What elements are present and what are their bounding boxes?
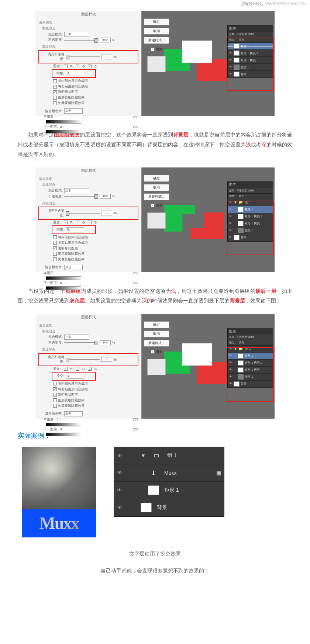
red-highlight-box	[227, 38, 274, 91]
knockout-highlight: 挖空:浅	[52, 225, 96, 234]
channel-b-checkbox[interactable]	[88, 65, 92, 68]
cb-transparency[interactable]	[53, 90, 57, 94]
blend-if-label: 混合颜色带:	[44, 109, 63, 114]
advanced-blend-label: 高级混合	[42, 45, 138, 49]
preview-swatch	[147, 56, 166, 72]
layer-style-dialog: 图层样式 混合选项 常规混合 混合模式:正常 不透明度:100% 高级混合 填充…	[35, 167, 142, 272]
case-right: 👁 ▼ 🗀 组 1 👁 T Muxx ▣ 👁 矩形 1 👁	[114, 447, 224, 517]
blend-options-label: 混合选项	[39, 20, 138, 25]
muxx-band: Muxx	[22, 509, 96, 537]
knockout-select[interactable]: 浅	[66, 227, 84, 232]
dialog-buttons: 确定 取消 新建样式... 预览	[144, 18, 169, 72]
opacity-input[interactable]: 100	[100, 38, 111, 42]
fill-opacity-slider[interactable]	[66, 213, 100, 214]
opacity-slider[interactable]	[64, 40, 98, 41]
new-style-button[interactable]: 新建样式...	[144, 340, 169, 347]
ok-button[interactable]: 确定	[144, 18, 169, 25]
red-rect	[190, 212, 224, 239]
blend-if-select[interactable]: 灰色	[64, 108, 83, 114]
fill-opacity-input[interactable]: 0	[101, 55, 112, 59]
fill-opacity-label: 填充不透明度:	[45, 52, 64, 62]
fill-opacity-slider[interactable]	[66, 56, 100, 57]
visibility-icon[interactable]: 👁	[117, 505, 123, 510]
preview-checkbox[interactable]	[151, 48, 155, 51]
dialog-title: 图层样式	[35, 12, 141, 17]
blend-mode-select[interactable]: 正常	[64, 188, 89, 193]
folder-icon: 🗀	[151, 451, 162, 460]
visibility-icon[interactable]: 👁	[117, 470, 123, 476]
layer-badge-icon: ▣	[216, 470, 221, 476]
layer-text[interactable]: 👁 T Muxx ▣	[114, 464, 224, 482]
new-style-button[interactable]: 新建样式...	[144, 37, 169, 44]
cb-vectormask[interactable]	[53, 101, 57, 105]
fill-opacity-highlight: 填充不透明度:0%	[38, 50, 138, 63]
channels-row: 通道:RGB	[53, 64, 138, 69]
fill-opacity-highlight: 填充不透明度:0%	[38, 353, 138, 366]
cb-interior[interactable]	[53, 79, 57, 83]
blend-mode-select[interactable]: 正常	[64, 32, 89, 37]
opacity-slider[interactable]	[64, 196, 98, 197]
ok-button[interactable]: 确定	[144, 321, 169, 328]
visibility-icon[interactable]: 👁	[117, 453, 123, 458]
cancel-button[interactable]: 取消	[144, 184, 169, 191]
layer-style-dialog: 图层样式 混合选项 常规混合 混合模式:正常 不透明度:100% 高级混合 填充…	[35, 11, 142, 116]
example-photo	[22, 447, 96, 509]
knockout-select[interactable]: 深	[66, 374, 84, 379]
knockout-label: 挖空:	[53, 71, 64, 76]
muxx-text: Muxx	[39, 513, 79, 533]
layer-rect[interactable]: 👁 矩形 1	[114, 482, 224, 499]
screenshot-2: 图层样式 混合选项 常规混合 混合模式:正常 不透明度:100% 高级混合 填充…	[0, 167, 310, 272]
caption-2: 自己动手试试，会发现很多意想不到的效果的～	[0, 568, 310, 574]
case-row: Muxx 👁 ▼ 🗀 组 1 👁 T Muxx ▣ 👁 矩形 1	[0, 444, 310, 540]
case-layers-panel: 👁 ▼ 🗀 组 1 👁 T Muxx ▣ 👁 矩形 1 👁	[114, 447, 224, 517]
red-highlight-box	[227, 201, 274, 255]
knockout-highlight: 挖空:深	[52, 372, 96, 381]
screenshot-3: 图层样式 混合选项 常规混合 混合模式:正常 不透明度:100% 高级混合 填充…	[0, 314, 310, 419]
cb-layermask[interactable]	[53, 96, 57, 100]
caption-1: 文字层使用了挖空效果	[0, 551, 310, 557]
fill-opacity-highlight: 填充不透明度:0%	[38, 207, 138, 220]
red-highlight-box	[227, 347, 274, 402]
channel-r-checkbox[interactable]	[64, 65, 68, 68]
white-rect	[182, 41, 212, 63]
text-layer-icon: T	[148, 468, 159, 478]
opacity-label: 不透明度:	[44, 38, 63, 42]
blend-mode-label: 混合模式:	[44, 32, 63, 37]
this-layer-gradient[interactable]	[46, 120, 81, 124]
knockout-highlight: 挖空:浅	[52, 69, 96, 78]
cb-clipped[interactable]	[53, 85, 57, 89]
watermark: 思缘设计论坛 WWW.MISSYUAN.COM	[0, 0, 310, 8]
cancel-button[interactable]: 取消	[144, 330, 169, 337]
next-layer-gradient[interactable]	[46, 130, 81, 134]
rect-thumb	[148, 485, 159, 495]
cancel-button[interactable]: 取消	[144, 28, 169, 35]
layer-group[interactable]: 👁 ▼ 🗀 组 1	[114, 447, 224, 464]
screenshot-1: 图层样式 混合选项 常规混合 混合模式:正常 不透明度:100% 高级混合 填充…	[0, 11, 310, 116]
new-style-button[interactable]: 新建样式...	[144, 193, 169, 200]
case-left: Muxx	[22, 447, 96, 537]
channel-g-checkbox[interactable]	[76, 65, 79, 68]
layer-bg[interactable]: 👁 背景	[114, 499, 224, 516]
white-rect	[182, 343, 212, 366]
visibility-icon[interactable]: 👁	[117, 487, 123, 493]
general-blend-label: 常规混合	[42, 26, 138, 31]
layer-style-dialog: 图层样式 混合选项 常规混合 混合模式:正常 不透明度:100% 高级混合 填充…	[35, 314, 142, 419]
knockout-select[interactable]: 浅	[66, 71, 84, 76]
ok-button[interactable]: 确定	[144, 175, 169, 182]
bg-thumb	[141, 503, 152, 512]
